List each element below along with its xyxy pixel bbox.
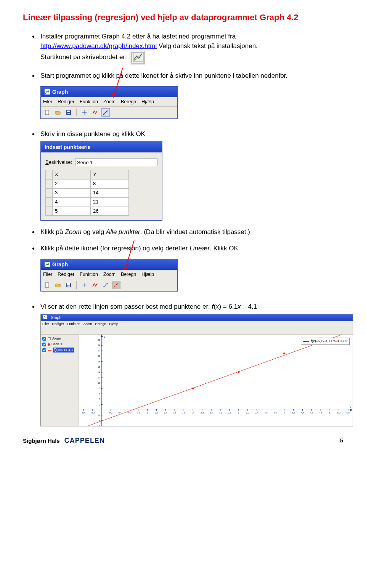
menu-hjaelp[interactable]: Hjælp bbox=[141, 98, 154, 105]
menu-filer[interactable]: Filer bbox=[43, 271, 52, 278]
svg-rect-21 bbox=[67, 283, 70, 285]
svg-text:-0,2: -0,2 bbox=[91, 412, 95, 414]
insert-function-icon[interactable] bbox=[91, 281, 99, 289]
svg-marker-37 bbox=[101, 335, 103, 337]
cell[interactable]: 14 bbox=[91, 188, 129, 197]
svg-text:5,4: 5,4 bbox=[347, 412, 350, 414]
svg-text:0,8: 0,8 bbox=[136, 412, 140, 414]
menu-hjaelp[interactable]: Hjælp bbox=[141, 271, 154, 278]
menu-funktion[interactable]: Funktion bbox=[80, 98, 98, 105]
col-y-header: Y bbox=[91, 170, 129, 179]
cell[interactable]: 4 bbox=[53, 197, 91, 207]
svg-point-133 bbox=[192, 388, 194, 389]
menu-filer[interactable]: Filer bbox=[42, 322, 49, 327]
download-link[interactable]: http://www.padowan.dk/graph/index.html bbox=[40, 42, 157, 50]
list-item[interactable]: Akser bbox=[42, 336, 77, 341]
plot-svg: xy-0,4-0,20,20,40,60,811,21,41,61,822,22… bbox=[79, 335, 353, 426]
toolbar-icon[interactable] bbox=[55, 328, 60, 333]
axes-swatch-icon bbox=[48, 337, 51, 340]
insert-function-icon[interactable] bbox=[91, 108, 99, 117]
open-file-icon[interactable] bbox=[54, 108, 62, 117]
menu-funktion[interactable]: Funktion bbox=[80, 271, 98, 278]
toolbar-icon[interactable] bbox=[42, 328, 48, 333]
cell[interactable]: 21 bbox=[91, 197, 129, 207]
menu-filer[interactable]: Filer bbox=[43, 98, 52, 105]
svg-text:22: 22 bbox=[98, 350, 100, 352]
cell[interactable]: 3 bbox=[53, 188, 91, 197]
cell[interactable]: 26 bbox=[91, 207, 129, 216]
toolbar-icon[interactable] bbox=[48, 328, 54, 333]
toolbar-icon[interactable] bbox=[116, 328, 121, 333]
list-item[interactable]: Serie 1 bbox=[42, 342, 77, 347]
checkbox[interactable] bbox=[42, 348, 46, 352]
svg-text:3: 3 bbox=[238, 412, 239, 414]
svg-text:4,6: 4,6 bbox=[310, 412, 313, 414]
checkbox[interactable] bbox=[42, 337, 46, 341]
svg-point-13 bbox=[103, 114, 104, 115]
toolbar-icon[interactable] bbox=[103, 328, 109, 333]
list-item[interactable]: f(x)=6,1x-4,1 bbox=[42, 348, 77, 352]
cell[interactable]: 8 bbox=[91, 179, 129, 189]
insert-points-icon[interactable] bbox=[101, 108, 110, 117]
titlebar: Graph bbox=[41, 87, 177, 97]
insert-points-icon[interactable] bbox=[101, 281, 110, 289]
beskrivelse-label: Beskrivelse: bbox=[45, 159, 72, 166]
toolbar-icon[interactable] bbox=[91, 328, 96, 333]
app-icon bbox=[43, 315, 48, 320]
svg-text:1: 1 bbox=[147, 412, 148, 414]
new-file-icon[interactable] bbox=[43, 108, 51, 117]
regression-icon[interactable] bbox=[112, 281, 120, 289]
menu-rediger[interactable]: Rediger bbox=[58, 271, 74, 278]
menu-beregn[interactable]: Beregn bbox=[95, 322, 106, 327]
text: Vi ser at den rette linjen som passer be… bbox=[40, 303, 212, 310]
checkbox[interactable] bbox=[42, 343, 46, 346]
toolbar-icon[interactable] bbox=[97, 328, 103, 333]
text: Start programmet og klikk på dette ikone… bbox=[40, 72, 287, 79]
svg-point-27 bbox=[105, 284, 106, 285]
points-table[interactable]: X Y 28 314 421 526 bbox=[45, 170, 129, 216]
svg-text:2,4: 2,4 bbox=[210, 412, 213, 414]
toolbar-icon[interactable] bbox=[73, 328, 78, 333]
svg-text:-2: -2 bbox=[98, 414, 101, 417]
beskrivelse-input[interactable] bbox=[75, 159, 157, 166]
save-icon[interactable] bbox=[64, 108, 73, 117]
menu-funktion[interactable]: Funktion bbox=[67, 322, 80, 327]
axes-icon[interactable] bbox=[80, 108, 88, 117]
series-swatch-icon bbox=[48, 343, 50, 346]
text-em: x bbox=[238, 303, 241, 310]
menu-hjaelp[interactable]: Hjælp bbox=[109, 322, 119, 327]
svg-point-31 bbox=[116, 284, 117, 285]
text: Installer programmet Graph 4.2 etter å h… bbox=[40, 33, 236, 40]
new-file-icon[interactable] bbox=[43, 281, 51, 289]
svg-text:0,2: 0,2 bbox=[109, 412, 113, 414]
toolbar-icon[interactable] bbox=[79, 328, 84, 333]
menu-rediger[interactable]: Rediger bbox=[58, 98, 74, 105]
toolbar-icon[interactable] bbox=[85, 328, 90, 333]
axes-icon[interactable] bbox=[80, 281, 88, 289]
plot-area[interactable]: f(x)=6,1x-4,1 R²=0,9969 xy-0,4-0,20,20,4… bbox=[79, 335, 353, 426]
toolbar-icon[interactable] bbox=[61, 328, 66, 333]
menu-zoom[interactable]: Zoom bbox=[103, 271, 116, 278]
menu-zoom[interactable]: Zoom bbox=[83, 322, 92, 327]
bullet-result: Vi ser at den rette linjen som passer be… bbox=[32, 302, 343, 426]
label: Serie 1 bbox=[51, 342, 63, 347]
toolbar-icon[interactable] bbox=[67, 328, 72, 333]
legend-text: f(x)=6,1x-4,1 R²=0,9969 bbox=[311, 339, 347, 344]
svg-text:4,8: 4,8 bbox=[319, 412, 323, 414]
save-icon[interactable] bbox=[64, 281, 73, 289]
svg-text:1,4: 1,4 bbox=[164, 412, 167, 414]
window-title: Graph bbox=[52, 261, 68, 268]
toolbar-icon[interactable] bbox=[109, 328, 115, 333]
svg-rect-19 bbox=[45, 283, 49, 287]
text: . (Da blir vinduet automatisk tilpasset.… bbox=[140, 228, 250, 236]
open-file-icon[interactable] bbox=[54, 281, 62, 289]
graph-result-window: Graph Filer Rediger Funktion Zoom Beregn… bbox=[40, 314, 353, 427]
toolbar-icon[interactable] bbox=[122, 328, 127, 333]
svg-text:12: 12 bbox=[98, 377, 100, 379]
cell[interactable]: 2 bbox=[53, 179, 91, 189]
cell[interactable]: 5 bbox=[53, 207, 91, 216]
menu-rediger[interactable]: Rediger bbox=[52, 322, 64, 327]
svg-text:x: x bbox=[350, 405, 352, 409]
text: Klikk på dette ikonet (for regresjon) og… bbox=[40, 245, 189, 252]
svg-text:28: 28 bbox=[98, 335, 100, 336]
